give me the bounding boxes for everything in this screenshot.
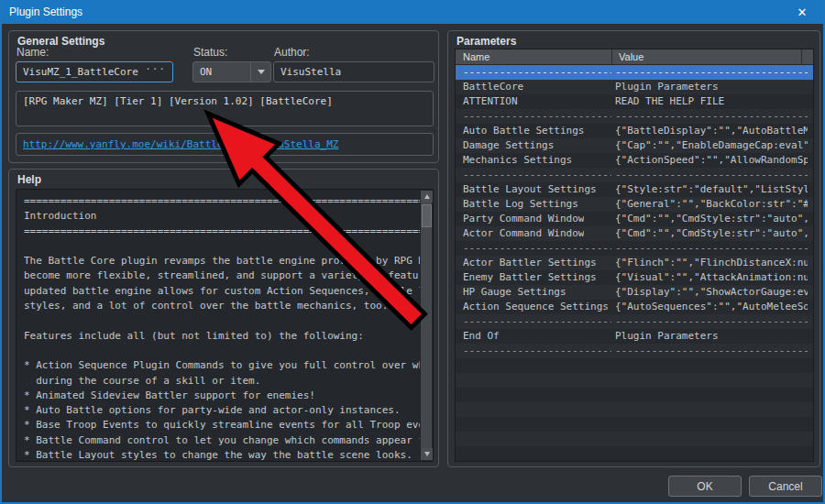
- author-field[interactable]: VisuStella: [273, 61, 434, 82]
- param-name-cell: --------------------------: [463, 109, 611, 124]
- param-row[interactable]: Enemy Battler Settings{"Visual":"","Atta…: [456, 270, 813, 285]
- status-dropdown[interactable]: ON: [192, 61, 271, 82]
- param-value-cell: {"Visual":"","AttackAnimation:nu…: [615, 270, 808, 285]
- parameters-group: Parameters Name Value ------------------…: [447, 30, 820, 467]
- cancel-button-label: Cancel: [768, 480, 802, 493]
- help-line: * Battle Command control to let you chan…: [24, 433, 420, 448]
- param-name-cell: --------------------------: [463, 168, 611, 182]
- param-name-cell: Actor Battler Settings: [463, 256, 597, 270]
- param-name-cell: --------------------------: [463, 241, 611, 256]
- param-row[interactable]: ----------------------------------------…: [456, 65, 813, 80]
- param-name-cell: BattleCore: [463, 80, 523, 94]
- status-value: ON: [200, 66, 212, 78]
- param-row[interactable]: End OfPlugin Parameters: [456, 329, 813, 344]
- general-settings-group: General Settings Name: Status: Author: V…: [8, 30, 439, 163]
- param-row[interactable]: [456, 446, 813, 461]
- param-row[interactable]: ----------------------------------------…: [456, 168, 813, 182]
- param-row[interactable]: ----------------------------------------…: [456, 241, 813, 256]
- help-line: * Animated Sideview Battler support for …: [24, 389, 420, 403]
- scroll-up-icon[interactable]: [421, 191, 433, 203]
- param-row[interactable]: Actor Command Window{"Cmd":"","CmdStyle:…: [456, 226, 813, 241]
- link-field: http://www.yanfly.moe/wiki/Battle_Core_V…: [16, 133, 434, 156]
- param-name-cell: Battle Log Settings: [463, 197, 578, 212]
- param-row[interactable]: [456, 417, 813, 432]
- help-line: [24, 344, 420, 358]
- help-group: Help ===================================…: [8, 169, 439, 467]
- help-line: * Battle Layout styles to change the way…: [24, 448, 420, 461]
- param-row[interactable]: ----------------------------------------…: [456, 314, 813, 329]
- param-row[interactable]: Action Sequence Settings{"AutoSequences"…: [456, 300, 813, 314]
- description-text: [RPG Maker MZ] [Tier 1] [Version 1.02] […: [23, 95, 333, 107]
- param-value-cell: READ THE HELP FILE: [615, 94, 724, 109]
- help-line: Introduction: [24, 209, 420, 224]
- param-value-cell: --------------------------------: [615, 168, 808, 182]
- help-line: * Action Sequence Plugin Commands to giv…: [24, 358, 420, 373]
- param-row[interactable]: ATTENTIONREAD THE HELP FILE: [456, 94, 813, 109]
- help-line: The Battle Core plugin revamps the battl…: [24, 254, 420, 268]
- param-value-cell: --------------------------------: [615, 241, 808, 256]
- param-row[interactable]: [456, 358, 813, 373]
- param-row[interactable]: [456, 461, 813, 462]
- ok-button[interactable]: OK: [668, 476, 742, 497]
- help-scrollbar[interactable]: [420, 191, 432, 460]
- param-row[interactable]: ----------------------------------------…: [456, 344, 813, 358]
- name-label: Name:: [16, 46, 49, 59]
- scrollbar-thumb[interactable]: [422, 204, 432, 227]
- cancel-button[interactable]: Cancel: [749, 476, 822, 497]
- column-header-value[interactable]: Value: [619, 51, 644, 62]
- param-row[interactable]: [456, 388, 813, 402]
- param-row[interactable]: Actor Battler Settings{"Flinch":"","Flin…: [456, 256, 813, 270]
- plugin-wiki-link[interactable]: http://www.yanfly.moe/wiki/Battle_Core_V…: [23, 138, 338, 150]
- help-line: * Auto Battle options for party-wide and…: [24, 403, 420, 418]
- param-value-cell: {"General":"","BackColor:str":"#…: [615, 197, 808, 212]
- help-line: ========================================…: [24, 194, 420, 209]
- param-value-cell: --------------------------------: [615, 314, 808, 329]
- param-row[interactable]: ----------------------------------------…: [456, 109, 813, 124]
- param-row[interactable]: [456, 402, 813, 417]
- param-value-cell: Plugin Parameters: [615, 329, 719, 344]
- help-line: [24, 239, 420, 254]
- param-row[interactable]: HP Gauge Settings{"Display":"","ShowActo…: [456, 285, 813, 300]
- chevron-down-icon[interactable]: [250, 62, 270, 82]
- param-value-cell: {"Display":"","ShowActorGauge:ev…: [615, 285, 808, 300]
- param-row[interactable]: Auto Battle Settings{"BattleDisplay":"",…: [456, 124, 813, 138]
- close-icon[interactable]: ✕: [788, 5, 816, 19]
- column-divider[interactable]: [611, 49, 612, 64]
- param-name-cell: Action Sequence Settings: [463, 300, 609, 314]
- param-row[interactable]: Battle Layout Settings{"Style:str":"defa…: [456, 182, 813, 197]
- param-row[interactable]: Battle Log Settings{"General":"","BackCo…: [456, 197, 813, 212]
- title-bar[interactable]: Plugin Settings ✕: [0, 0, 825, 24]
- help-title: Help: [17, 173, 41, 186]
- description-field[interactable]: [RPG Maker MZ] [Tier 1] [Version 1.02] […: [16, 91, 434, 126]
- plugin-name-value: VisuMZ_1_BattleCore: [23, 66, 138, 78]
- param-row[interactable]: [456, 373, 813, 388]
- plugin-settings-dialog: Plugin Settings ✕ General Settings Name:…: [0, 0, 825, 504]
- param-value-cell: {"ActionSpeed":"","AllowRandomSp…: [615, 153, 808, 168]
- param-name-cell: Enemy Battler Settings: [463, 270, 597, 285]
- param-row[interactable]: Party Command Window{"Cmd":"","CmdStyle:…: [456, 212, 813, 226]
- param-name-cell: Battle Layout Settings: [463, 182, 597, 197]
- param-name-cell: Actor Command Window: [463, 226, 584, 241]
- param-name-cell: Party Command Window: [463, 212, 584, 226]
- param-value-cell: --------------------------------: [615, 344, 808, 358]
- param-value-cell: {"Flinch":"","FlinchDistanceX:nu…: [615, 256, 808, 270]
- param-row[interactable]: Damage Settings{"Cap":"","EnableDamageCa…: [456, 138, 813, 153]
- author-value: VisuStella: [280, 66, 341, 78]
- param-name-cell: Damage Settings: [463, 138, 554, 153]
- param-row[interactable]: BattleCorePlugin Parameters: [456, 80, 813, 94]
- help-line: [24, 313, 420, 328]
- more-dots-icon[interactable]: ···: [145, 63, 166, 75]
- param-value-cell: --------------------------------: [615, 65, 808, 80]
- param-value-cell: {"Style:str":"default","ListStyl…: [615, 182, 808, 197]
- param-row[interactable]: Mechanics Settings{"ActionSpeed":"","All…: [456, 153, 813, 168]
- column-divider[interactable]: [801, 49, 802, 64]
- param-row[interactable]: [456, 432, 813, 446]
- column-header-name[interactable]: Name: [463, 51, 490, 62]
- param-value-cell: {"AutoSequences":"","AutoMeleeSo…: [615, 300, 808, 314]
- scroll-down-icon[interactable]: [421, 448, 433, 460]
- param-value-cell: {"BattleDisplay":"","AutoBattleM…: [615, 124, 808, 138]
- plugin-name-combo[interactable]: VisuMZ_1_BattleCore ···: [16, 61, 173, 82]
- help-textarea[interactable]: ========================================…: [16, 189, 434, 462]
- param-table-body: ----------------------------------------…: [456, 65, 813, 462]
- help-line: updated battle engine allows for custom …: [24, 284, 420, 299]
